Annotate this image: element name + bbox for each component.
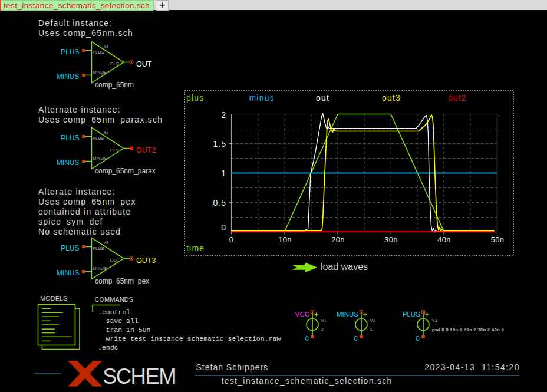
svg-text:PLUS: PLUS (93, 246, 104, 251)
svg-text:minus: minus (249, 93, 275, 103)
svg-text:0: 0 (416, 335, 420, 342)
svg-text:50n: 50n (491, 235, 505, 244)
svg-text:comp_65nm: comp_65nm (95, 81, 134, 89)
svg-text:PLUS: PLUS (61, 244, 79, 252)
svg-text:MINUS: MINUS (57, 269, 80, 277)
svg-text:1: 1 (221, 169, 226, 178)
svg-text:Alternate instance:: Alternate instance: (38, 105, 121, 114)
svg-text:V1: V1 (321, 318, 327, 323)
svg-text:plus: plus (186, 93, 204, 103)
svg-text:spice_sym_def: spice_sym_def (38, 217, 103, 226)
svg-text:out2: out2 (448, 93, 467, 103)
svg-text:2023-04-13 11:54:20: 2023-04-13 11:54:20 (424, 363, 520, 372)
svg-text:V3: V3 (432, 318, 437, 323)
svg-text:x2: x2 (104, 130, 109, 135)
svg-text:2: 2 (321, 327, 324, 332)
svg-text:10n: 10n (278, 235, 292, 244)
svg-text:OUT: OUT (110, 258, 120, 263)
svg-text:SCHEM: SCHEM (103, 364, 176, 388)
svg-text:MINUS: MINUS (57, 159, 80, 167)
svg-text:contained in attribute: contained in attribute (38, 207, 131, 216)
svg-text:pwl 0 0 10n 0 20n 2 30n 2 40n: pwl 0 0 10n 0 20n 2 30n 2 40n 0 (432, 327, 504, 332)
svg-text:OUT2: OUT2 (136, 146, 156, 154)
svg-text:.endc: .endc (98, 344, 118, 351)
svg-text:load waves: load waves (321, 262, 368, 272)
svg-text:OUT: OUT (110, 61, 120, 67)
svg-text:write test_instance_schematic_: write test_instance_schematic_selection.… (106, 335, 281, 342)
svg-text:30n: 30n (384, 235, 398, 244)
svg-text:MINUS: MINUS (57, 73, 80, 81)
svg-text:tran 1n 50n: tran 1n 50n (106, 326, 151, 334)
svg-text:x3: x3 (104, 240, 109, 245)
svg-text:Default instance:: Default instance: (38, 18, 113, 28)
svg-text:test_instance_schematic_select: test_instance_schematic_selection.sch (222, 376, 393, 386)
svg-text:Stefan Schippers: Stefan Schippers (196, 363, 269, 372)
svg-text:MINUS: MINUS (93, 156, 107, 161)
svg-text:0: 0 (229, 235, 234, 244)
svg-text:MINUS: MINUS (93, 266, 107, 271)
svg-text:.control: .control (98, 308, 130, 316)
svg-text:OUT: OUT (136, 60, 152, 68)
svg-text:MODELS: MODELS (40, 295, 67, 302)
svg-text:comp_65nm_pex: comp_65nm_pex (95, 277, 149, 285)
svg-text:0: 0 (354, 335, 358, 342)
svg-text:PLUS: PLUS (61, 134, 79, 142)
svg-text:2: 2 (221, 110, 226, 120)
svg-text:MINUS: MINUS (93, 70, 107, 75)
svg-text:V2: V2 (370, 318, 375, 323)
svg-text:OUT3: OUT3 (136, 256, 156, 265)
svg-text:Uses comp_65nm_parax.sch: Uses comp_65nm_parax.sch (38, 115, 163, 124)
svg-text:PLUS: PLUS (93, 136, 104, 141)
svg-text:Alterate instance:: Alterate instance: (38, 187, 116, 196)
svg-text:OUT: OUT (110, 147, 120, 153)
svg-text:1: 1 (370, 327, 373, 332)
svg-text:1.5: 1.5 (213, 139, 226, 149)
svg-text:test_instance_schematic_select: test_instance_schematic_selection.sch (4, 1, 150, 10)
svg-text:PLUS: PLUS (403, 311, 420, 318)
svg-text:VCC: VCC (295, 311, 309, 318)
svg-text:time: time (186, 243, 205, 253)
svg-text:save all: save all (106, 317, 139, 325)
svg-text:Uses comp_65nm.sch: Uses comp_65nm.sch (38, 28, 133, 38)
svg-text:40n: 40n (437, 235, 451, 244)
svg-text:out: out (316, 93, 329, 103)
svg-text:out3: out3 (382, 93, 401, 103)
svg-text:0: 0 (305, 335, 309, 342)
svg-text:comp_65nm_parax: comp_65nm_parax (95, 167, 156, 175)
svg-text:No schematic used: No schematic used (38, 227, 121, 236)
svg-text:MINUS: MINUS (337, 311, 358, 318)
svg-text:20n: 20n (331, 235, 345, 244)
svg-text:0.5: 0.5 (213, 198, 226, 207)
svg-text:0: 0 (221, 223, 226, 232)
svg-text:COMMANDS: COMMANDS (95, 296, 133, 303)
svg-text:x1: x1 (104, 44, 109, 49)
svg-text:Uses comp_65nm_pex: Uses comp_65nm_pex (38, 197, 136, 206)
svg-text:PLUS: PLUS (61, 48, 79, 56)
svg-text:PLUS: PLUS (93, 50, 104, 55)
